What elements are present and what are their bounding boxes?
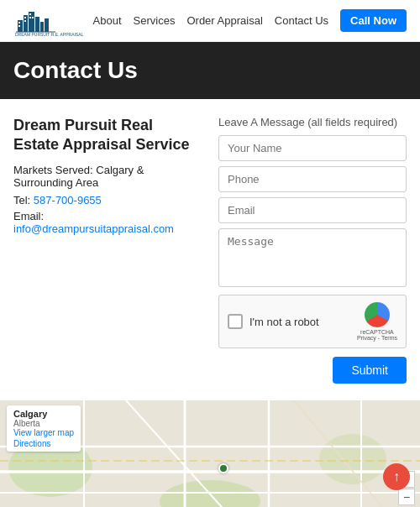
recaptcha-logo: reCAPTCHA Privacy - Terms <box>357 302 397 341</box>
svg-rect-8 <box>18 25 20 27</box>
call-now-button[interactable]: Call Now <box>340 9 407 32</box>
left-col: Dream Pursuit Real Estate Appraisal Serv… <box>13 116 202 384</box>
svg-rect-12 <box>29 17 31 18</box>
svg-rect-6 <box>45 18 49 32</box>
scroll-to-top-button[interactable]: ↑ <box>383 463 410 490</box>
markets-served: Markets Served: Calgary & Surrounding Ar… <box>13 164 202 189</box>
map-overlay-card: Calgary Alberta View larger map Directio… <box>7 405 81 452</box>
svg-rect-5 <box>40 22 44 32</box>
map-placeholder: Calgary Alberta View larger map Directio… <box>0 400 420 507</box>
nav-services[interactable]: Services <box>134 14 176 27</box>
navbar: DREAM PURSUIT R.E. APPRAISAL About Servi… <box>0 0 420 42</box>
svg-rect-9 <box>24 17 26 18</box>
svg-rect-11 <box>29 13 31 15</box>
email-link[interactable]: info@dreampursuitappraisal.com <box>13 222 174 235</box>
svg-rect-7 <box>18 22 20 24</box>
zoom-out-button[interactable]: − <box>398 489 415 505</box>
svg-text:DREAM PURSUIT R.E. APPRAISAL: DREAM PURSUIT R.E. APPRAISAL <box>15 32 84 37</box>
directions-link[interactable]: Directions <box>13 439 74 448</box>
name-input[interactable] <box>218 135 407 161</box>
recaptcha-label: I'm not a robot <box>249 316 350 328</box>
contact-form-col: Leave A Message (all fields required) I'… <box>218 116 407 384</box>
nav-contact[interactable]: Contact Us <box>275 14 328 27</box>
logo-area: DREAM PURSUIT R.E. APPRAISAL <box>13 5 89 37</box>
main-content: Dream Pursuit Real Estate Appraisal Serv… <box>0 99 420 400</box>
svg-rect-4 <box>35 17 39 32</box>
recaptcha-checkbox[interactable] <box>228 314 243 329</box>
map-city: Calgary <box>13 409 74 419</box>
form-label: Leave A Message (all fields required) <box>218 116 407 128</box>
svg-rect-13 <box>32 17 34 18</box>
page-header: Contact Us <box>0 42 420 99</box>
message-input[interactable] <box>218 228 407 287</box>
recaptcha-icon <box>365 302 390 327</box>
recaptcha-brand: reCAPTCHA <box>360 329 394 335</box>
submit-button[interactable]: Submit <box>333 357 407 384</box>
recaptcha-widget: I'm not a robot reCAPTCHA Privacy - Term… <box>218 295 407 348</box>
page-title: Contact Us <box>13 57 407 84</box>
email-info: Email: info@dreampursuitappraisal.com <box>13 210 202 235</box>
logo-icon: DREAM PURSUIT R.E. APPRAISAL <box>13 5 89 37</box>
nav-links: About Services Order Appraisal Contact U… <box>93 9 407 32</box>
svg-point-18 <box>319 434 386 484</box>
nav-order-appraisal[interactable]: Order Appraisal <box>186 14 262 27</box>
nav-about[interactable]: About <box>93 14 122 27</box>
tel-info: Tel: 587-700-9655 <box>13 194 202 206</box>
map-province: Alberta <box>13 419 74 428</box>
svg-rect-10 <box>24 20 26 22</box>
phone-input[interactable] <box>218 166 407 192</box>
tel-link[interactable]: 587-700-9655 <box>34 194 102 206</box>
view-larger-map[interactable]: View larger map <box>13 428 74 437</box>
business-name: Dream Pursuit Real Estate Appraisal Serv… <box>13 116 202 155</box>
email-input[interactable] <box>218 197 407 223</box>
recaptcha-sub: Privacy - Terms <box>357 335 397 341</box>
map-container: Calgary Alberta View larger map Directio… <box>0 400 420 507</box>
